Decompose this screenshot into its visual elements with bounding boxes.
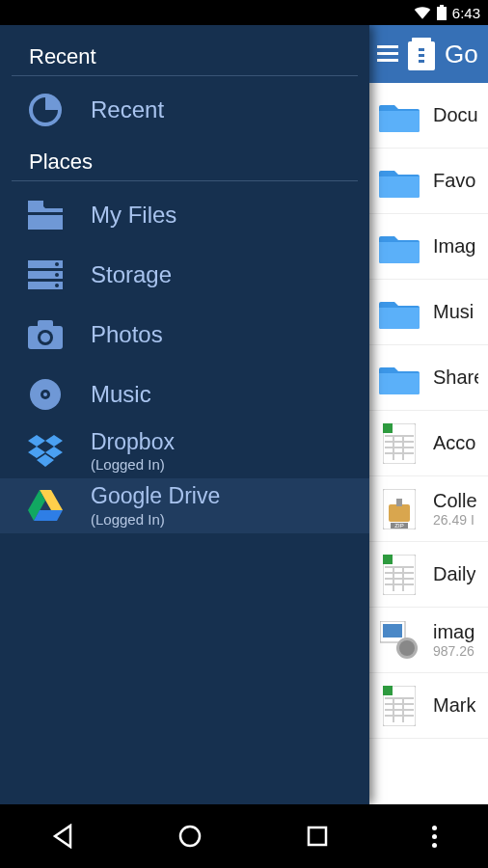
svg-rect-24 xyxy=(419,45,424,48)
section-header-places: Places xyxy=(12,140,358,181)
server-icon xyxy=(25,255,66,295)
section-header-recent: Recent xyxy=(12,35,358,76)
file-list[interactable]: DocuFavoImagMusiShareAccoZIPColle26.49 I… xyxy=(369,83,488,739)
file-row[interactable]: Acco xyxy=(369,411,488,476)
file-name: Daily xyxy=(433,563,475,585)
svg-rect-53 xyxy=(383,686,393,695)
svg-rect-20 xyxy=(377,59,398,62)
svg-rect-45 xyxy=(385,583,414,585)
svg-point-60 xyxy=(180,827,200,846)
svg-rect-37 xyxy=(396,499,402,506)
nav-item-music[interactable]: Music xyxy=(0,365,369,424)
svg-rect-61 xyxy=(309,827,326,845)
svg-rect-30 xyxy=(385,441,414,443)
svg-point-51 xyxy=(399,640,415,656)
folder-icon xyxy=(379,358,420,398)
android-status-bar: 6:43 xyxy=(0,0,488,25)
svg-rect-4 xyxy=(28,212,63,215)
file-sub: 26.49 I xyxy=(433,512,477,528)
nav-label: My Files xyxy=(91,203,176,228)
nav-item-google-drive[interactable]: Google Drive (Logged In) xyxy=(0,478,369,532)
folder-icon xyxy=(379,95,420,136)
svg-rect-36 xyxy=(389,504,410,522)
svg-rect-31 xyxy=(385,447,414,448)
file-row[interactable]: ZIPColle26.49 I xyxy=(369,476,488,542)
svg-rect-29 xyxy=(385,435,414,437)
file-row[interactable]: Docu xyxy=(369,83,488,149)
nav-item-photos[interactable]: Photos xyxy=(0,305,369,365)
dropbox-icon xyxy=(25,431,66,472)
nav-label: Storage xyxy=(91,262,172,287)
file-row[interactable]: Imag xyxy=(369,214,488,280)
svg-rect-33 xyxy=(393,435,394,460)
svg-rect-22 xyxy=(412,38,431,45)
nav-item-my-files[interactable]: My Files xyxy=(0,185,369,245)
file-row[interactable]: Daily xyxy=(369,542,488,608)
svg-rect-3 xyxy=(28,201,43,206)
zip-icon: ZIP xyxy=(379,489,420,529)
nav-label: Photos xyxy=(91,322,163,347)
folder-icon xyxy=(379,292,420,333)
file-row[interactable]: Musi xyxy=(369,280,488,345)
file-row[interactable]: Mark xyxy=(369,673,488,739)
svg-rect-57 xyxy=(385,715,414,717)
nav-item-dropbox[interactable]: Dropbox (Logged In) xyxy=(0,424,369,478)
nav-label: Recent xyxy=(91,97,164,122)
svg-rect-59 xyxy=(402,697,404,722)
sheet-icon xyxy=(379,555,420,595)
android-nav-bar xyxy=(0,804,488,868)
file-name: Musi xyxy=(433,301,474,323)
recent-pie-icon xyxy=(25,90,66,130)
file-row[interactable]: Favo xyxy=(369,149,488,214)
folder-icon xyxy=(25,195,66,235)
folder-icon xyxy=(379,227,420,267)
svg-point-8 xyxy=(55,262,59,266)
file-name: imag xyxy=(433,621,474,643)
nav-sublabel: (Logged In) xyxy=(91,456,175,473)
file-name: Mark xyxy=(433,694,475,717)
sheet-icon xyxy=(379,423,420,464)
svg-rect-56 xyxy=(385,709,414,711)
svg-rect-34 xyxy=(402,435,404,460)
svg-rect-25 xyxy=(419,51,424,54)
svg-rect-46 xyxy=(393,566,394,591)
nav-label: Google Drive xyxy=(91,484,220,508)
svg-rect-58 xyxy=(393,697,394,722)
svg-rect-28 xyxy=(383,423,393,433)
svg-rect-18 xyxy=(377,45,398,48)
file-name: Imag xyxy=(433,235,475,258)
file-row[interactable]: imag987.26 xyxy=(369,608,488,673)
file-name: Acco xyxy=(433,432,475,454)
nav-label: Music xyxy=(91,382,151,407)
recent-apps-button[interactable] xyxy=(298,817,337,855)
file-row[interactable]: Share xyxy=(369,345,488,411)
svg-rect-32 xyxy=(385,452,414,454)
folder-icon xyxy=(379,161,420,202)
svg-rect-43 xyxy=(385,572,414,574)
svg-rect-19 xyxy=(377,52,398,55)
svg-rect-12 xyxy=(38,320,53,328)
sheet-icon xyxy=(379,686,420,726)
file-sub: 987.26 xyxy=(433,643,474,659)
navigation-drawer: Recent Recent Places My Files Storage Ph xyxy=(0,25,369,804)
svg-rect-44 xyxy=(385,578,414,580)
nav-item-recent[interactable]: Recent xyxy=(0,80,369,140)
svg-rect-49 xyxy=(383,624,402,637)
svg-text:ZIP: ZIP xyxy=(394,523,403,529)
svg-rect-1 xyxy=(440,5,444,7)
file-name: Favo xyxy=(433,170,475,192)
main-content: Go DocuFavoImagMusiShareAccoZIPColle26.4… xyxy=(369,25,488,804)
svg-rect-26 xyxy=(419,57,424,60)
nav-item-storage[interactable]: Storage xyxy=(0,245,369,305)
disc-icon xyxy=(25,374,66,415)
back-button[interactable] xyxy=(44,817,83,855)
svg-rect-47 xyxy=(402,566,404,591)
menu-overflow-button[interactable] xyxy=(424,826,444,848)
nav-sublabel: (Logged In) xyxy=(91,511,220,528)
hamburger-icon[interactable] xyxy=(377,45,398,63)
action-bar: Go xyxy=(369,25,488,83)
svg-point-10 xyxy=(55,284,59,287)
home-button[interactable] xyxy=(171,817,209,855)
svg-point-17 xyxy=(43,393,47,396)
svg-rect-42 xyxy=(385,566,414,568)
